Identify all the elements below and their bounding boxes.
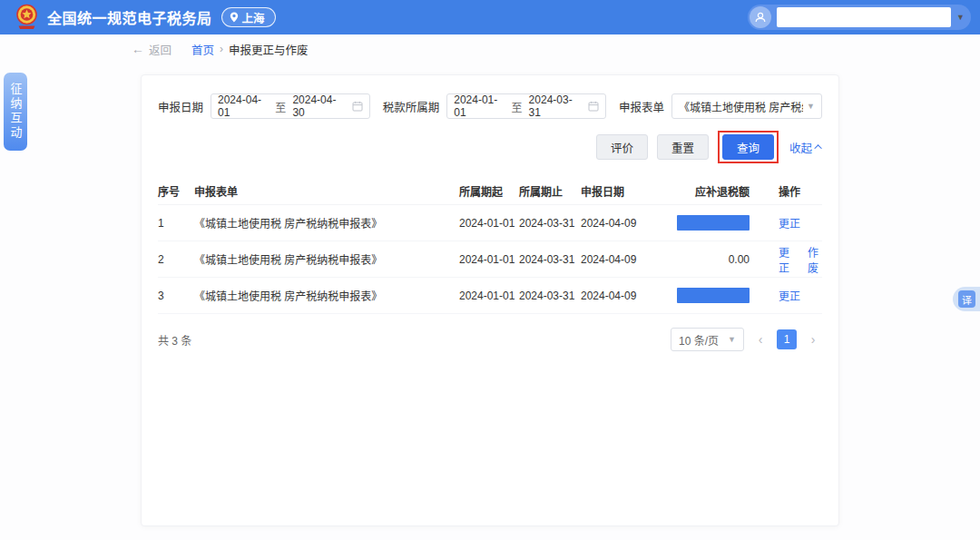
table-footer: 共 3 条 10 条/页 ▼ ‹ 1 › (158, 328, 822, 351)
row-period-end: 2024-03-31 (519, 253, 581, 266)
row-amount: 0.00 (668, 253, 755, 266)
row-period-start: 2024-01-01 (459, 290, 519, 302)
redacted-amount-block (677, 288, 750, 303)
row-no: 2 (158, 253, 194, 266)
table-row: 2 《城镇土地使用税 房产税纳税申报表》 2024-01-01 2024-03-… (158, 241, 822, 278)
location-label: 上海 (242, 9, 265, 26)
breadcrumb: ← 返回 首页 › 申报更正与作废 (0, 34, 980, 64)
row-period-end: 2024-03-31 (519, 217, 581, 230)
evaluate-button[interactable]: 评价 (596, 134, 648, 160)
reset-button[interactable]: 重置 (657, 134, 709, 160)
tax-emblem-logo (15, 4, 39, 31)
col-header-no: 序号 (158, 183, 194, 199)
declare-date-end: 2024-04-30 (292, 93, 343, 119)
filter-bar: 申报日期 2024-04-01 至 2024-04-30 税款所属期 2024-… (158, 93, 822, 119)
calendar-icon (588, 101, 599, 112)
user-avatar-icon[interactable] (750, 6, 771, 28)
row-period-start: 2024-01-01 (459, 253, 519, 266)
action-bar: 评价 重置 查询 收起 (158, 131, 822, 163)
back-button[interactable]: ← 返回 (132, 41, 172, 58)
row-form: 《城镇土地使用税 房产税纳税申报表》 (194, 251, 459, 267)
declare-date-label: 申报日期 (158, 98, 203, 115)
declare-date-range-input[interactable]: 2024-04-01 至 2024-04-30 (211, 93, 370, 119)
col-header-form: 申报表单 (194, 183, 459, 199)
pagination: 10 条/页 ▼ ‹ 1 › (671, 328, 822, 351)
back-arrow-icon: ← (132, 42, 144, 56)
row-date: 2024-04-09 (581, 290, 668, 302)
row-amount (668, 215, 755, 231)
breadcrumb-separator-icon: › (220, 43, 223, 55)
breadcrumb-home[interactable]: 首页 (191, 41, 214, 58)
row-no: 3 (158, 290, 194, 302)
table-row: 1 《城镇土地使用税 房产税纳税申报表》 2024-01-01 2024-03-… (158, 205, 822, 241)
app-header: 全国统一规范电子税务局 上海 ▼ (0, 0, 980, 34)
prev-page-button[interactable]: ‹ (751, 332, 769, 347)
results-table: 序号 申报表单 所属期起 所属期止 申报日期 应补退税额 操作 1 《城镇土地使… (158, 178, 822, 314)
location-badge[interactable]: 上海 (221, 7, 276, 27)
col-header-period-end: 所属期止 (519, 183, 581, 199)
app-title: 全国统一规范电子税务局 (47, 6, 212, 28)
correct-link[interactable]: 更正 (779, 215, 800, 231)
chevron-down-icon: ▼ (807, 102, 815, 111)
caret-down-icon[interactable]: ▼ (956, 14, 965, 22)
chevron-up-icon (814, 144, 821, 152)
col-header-ops: 操作 (755, 183, 822, 199)
void-link[interactable]: 作废 (808, 244, 822, 275)
query-button[interactable]: 查询 (722, 134, 774, 160)
form-select-value: 《城镇土地使用税 房产税纳税申报... (679, 99, 803, 114)
page-size-value: 10 条/页 (679, 332, 719, 348)
main-card: 申报日期 2024-04-01 至 2024-04-30 税款所属期 2024-… (141, 74, 839, 526)
translate-icon: 译 (958, 290, 975, 308)
back-label: 返回 (149, 41, 172, 58)
page-number-active[interactable]: 1 (777, 329, 797, 349)
row-date: 2024-04-09 (581, 253, 668, 266)
table-row: 3 《城镇土地使用税 房产税纳税申报表》 2024-01-01 2024-03-… (158, 278, 822, 314)
location-pin-icon (230, 12, 239, 23)
row-amount (668, 288, 755, 303)
page-size-select[interactable]: 10 条/页 ▼ (671, 328, 744, 351)
chevron-down-icon: ▼ (728, 335, 736, 344)
form-select-label: 申报表单 (619, 98, 664, 115)
breadcrumb-current: 申报更正与作废 (229, 41, 309, 58)
user-select-input[interactable] (777, 7, 951, 27)
user-area: ▼ (748, 5, 971, 30)
tax-period-start: 2024-01-01 (454, 93, 505, 119)
tax-period-range-input[interactable]: 2024-01-01 至 2024-03-31 (446, 93, 606, 119)
page: 全国统一规范电子税务局 上海 ▼ ← 返回 首页 › 申报更正与作废 (0, 0, 980, 540)
row-date: 2024-04-09 (581, 217, 668, 230)
row-no: 1 (158, 217, 194, 230)
col-header-amount: 应补退税额 (668, 183, 755, 199)
col-header-period-start: 所属期起 (459, 183, 519, 199)
table-header-row: 序号 申报表单 所属期起 所属期止 申报日期 应补退税额 操作 (158, 178, 822, 205)
range-to-label: 至 (275, 99, 286, 114)
next-page-button[interactable]: › (804, 332, 822, 347)
calendar-icon (352, 101, 363, 112)
correct-link[interactable]: 更正 (779, 244, 793, 275)
row-form: 《城镇土地使用税 房产税纳税申报表》 (194, 288, 459, 303)
form-select[interactable]: 《城镇土地使用税 房产税纳税申报... ▼ (671, 93, 822, 119)
annotation-highlight-box: 查询 (718, 131, 779, 163)
row-period-end: 2024-03-31 (519, 290, 581, 302)
tax-period-end: 2024-03-31 (529, 93, 580, 119)
declare-date-start: 2024-04-01 (218, 93, 269, 119)
translate-button[interactable]: 译 (953, 287, 980, 311)
range-to-label: 至 (512, 99, 523, 114)
col-header-date: 申报日期 (581, 183, 668, 199)
side-tab-interaction[interactable]: 征纳互动 (4, 73, 27, 151)
collapse-label: 收起 (789, 139, 812, 156)
correct-link[interactable]: 更正 (779, 288, 800, 303)
total-count: 共 3 条 (158, 332, 191, 348)
row-form: 《城镇土地使用税 房产税纳税申报表》 (194, 215, 459, 231)
redacted-amount-block (677, 215, 750, 231)
tax-period-label: 税款所属期 (383, 98, 440, 115)
collapse-link[interactable]: 收起 (789, 139, 822, 156)
row-period-start: 2024-01-01 (459, 217, 519, 230)
